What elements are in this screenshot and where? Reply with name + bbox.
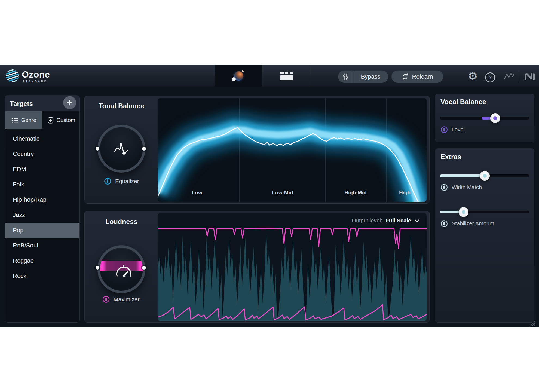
loudness-waveform [158,213,427,321]
vocal-balance-panel: Vocal Balance Level [435,94,534,142]
output-level-dropdown[interactable]: Output level: Full Scale [352,218,419,224]
resize-handle[interactable] [529,320,535,326]
loudness-display: Output level: Full Scale [158,213,427,321]
chevron-down-icon [414,219,419,222]
faders-icon [342,73,349,81]
knob-handle-right[interactable] [142,266,146,270]
targets-title: Targets [10,100,33,108]
plugin-window: Ozone STANDARD [0,65,539,327]
genre-tab-label: Genre [21,117,36,123]
sphere-highlight-dot [232,77,236,81]
list-item[interactable]: Folk [5,177,79,192]
equalizer-label: Equalizer [115,178,139,185]
vocal-balance-title: Vocal Balance [440,98,486,106]
maximizer-power-toggle[interactable] [102,296,110,303]
ozone-logo-icon [5,69,19,83]
maximizer-label: Maximizer [114,296,140,303]
extras-panel: Extras Width Match Stabilizer Amount [435,148,534,323]
tonal-balance-panel: Tonal Balance Equalizer [84,96,430,204]
list-item[interactable]: Country [5,146,79,162]
settings-gear-icon[interactable]: ⚙ [468,70,478,82]
genre-list: Cinematic Country EDM Folk Hip-hop/Rap J… [5,129,79,322]
topbar-separator [311,65,311,87]
output-level-label: Output level: [352,218,382,224]
logo-separator [519,72,519,81]
output-level-value: Full Scale [386,218,411,224]
level-label: Level [452,127,465,133]
tab-assistant-view[interactable] [215,65,262,87]
eq-curve-icon [112,141,130,157]
tab-custom[interactable]: Custom [42,111,80,129]
list-item[interactable]: Cinematic [5,131,79,146]
modules-icon [280,72,293,80]
band-label-low-mid: Low-Mid [266,190,299,196]
relearn-label: Relearn [412,73,433,80]
list-item[interactable]: RnB/Soul [5,238,79,253]
stabilizer-amount-slider[interactable] [440,211,529,213]
band-label-high: High [388,190,421,196]
maximizer-knob[interactable] [97,245,145,293]
app-edition: STANDARD [23,80,47,83]
plus-icon [66,99,73,106]
gauge-icon [114,264,134,278]
list-item[interactable]: Reggae [5,253,79,268]
plus-square-icon [47,117,54,124]
vocal-level-slider[interactable] [440,117,529,120]
app-name: Ozone [22,69,50,80]
list-item[interactable]: Hip-hop/Rap [5,192,79,207]
izotope-logo-icon [504,72,514,81]
targets-panel: Targets Genre Custom C [5,95,80,323]
tonal-balance-title: Tonal Balance [85,102,158,110]
level-power-toggle[interactable] [440,126,448,133]
band-label-high-mid: High-Mid [339,190,372,196]
band-label-low: Low [181,190,213,196]
tab-genre[interactable]: Genre [5,111,42,129]
knob-handle-right[interactable] [142,147,146,151]
top-bar: Ozone STANDARD [0,65,539,87]
width-match-slider[interactable] [440,174,529,177]
loudness-title: Loudness [85,218,158,226]
slider-thumb[interactable] [459,207,468,217]
add-target-button[interactable] [63,96,76,109]
tonal-balance-spectrum [158,98,427,202]
bypass-button[interactable]: Bypass [353,73,388,80]
width-match-label: Width Match [452,184,482,191]
help-icon[interactable]: ? [485,72,495,82]
io-faders-button[interactable] [338,71,353,83]
sphere-satellite-dot [242,70,244,72]
knob-handle-left[interactable] [96,266,99,270]
list-icon [11,117,19,124]
relearn-button[interactable]: Relearn [391,71,443,83]
knob-handle-left[interactable] [96,147,99,151]
tonal-balance-display: Low Low-Mid High-Mid High [158,98,427,202]
equalizer-knob[interactable] [97,125,145,173]
slider-thumb[interactable] [480,171,490,181]
bypass-group: Bypass [338,71,388,83]
tab-detailed-view[interactable] [263,65,311,87]
list-item-selected[interactable]: Pop [5,223,79,238]
assistant-sphere-icon [234,71,243,81]
stabilizer-amount-label: Stabilizer Amount [452,220,494,227]
extras-title: Extras [440,153,461,161]
list-item[interactable]: Rock [5,268,79,284]
relearn-refresh-icon [402,73,409,80]
list-item[interactable]: EDM [5,162,79,177]
list-item[interactable]: Jazz [5,207,79,223]
equalizer-power-toggle[interactable] [104,177,111,185]
stabilizer-power-toggle[interactable] [440,220,448,227]
width-match-power-toggle[interactable] [440,184,448,191]
loudness-panel: Loudness Maximizer [84,211,430,323]
slider-thumb[interactable] [490,113,500,123]
custom-tab-label: Custom [57,117,75,123]
ni-logo-icon [524,73,535,80]
